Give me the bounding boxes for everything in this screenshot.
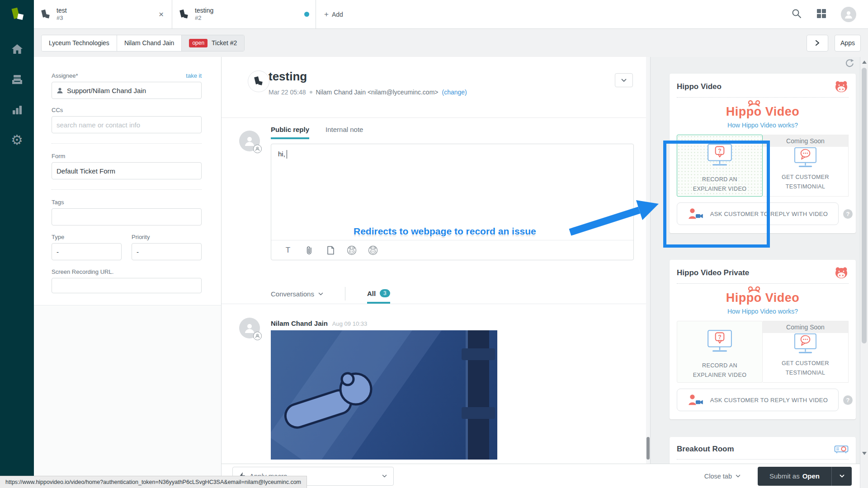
how-it-works-link[interactable]: How Hippo Video works? xyxy=(677,308,849,315)
conversations-dropdown[interactable]: Conversations xyxy=(271,290,323,298)
monitor-chat-icon xyxy=(793,147,818,168)
ticket-number-label: Ticket #2 xyxy=(212,39,237,47)
tab-internal-note[interactable]: Internal note xyxy=(326,126,363,139)
how-it-works-link[interactable]: How Hippo Video works? xyxy=(677,122,849,129)
ticket-icon xyxy=(40,9,51,20)
zendesk-logo[interactable] xyxy=(0,0,34,29)
filter-all-tab[interactable]: All 3 xyxy=(367,289,390,304)
header-options-button[interactable] xyxy=(615,73,633,87)
ticket-tab-test[interactable]: test #3 × xyxy=(34,0,172,28)
home-icon[interactable] xyxy=(9,42,25,57)
change-requester-link[interactable]: (change) xyxy=(442,89,467,96)
priority-select[interactable]: - xyxy=(132,243,202,260)
admin-gear-icon[interactable]: ⚙ xyxy=(9,132,25,148)
apps-grid-icon[interactable] xyxy=(816,9,826,20)
type-label: Type xyxy=(52,234,122,240)
hippo-video-section: Hippo Video Hippo Video How Hippo Video … xyxy=(670,74,856,233)
refresh-apps-icon[interactable] xyxy=(844,59,854,70)
submit-as-open-button[interactable]: Submit as Open xyxy=(758,467,831,486)
apps-sidebar: Hippo Video Hippo Video How Hippo Video … xyxy=(670,57,856,488)
ticket-main-column: testing Mar 22 05:48 Nilam Chand Jain <n… xyxy=(222,57,651,464)
breadcrumb: Lyceum Technologies Nilam Chand Jain ope… xyxy=(34,29,868,57)
scroll-up-icon[interactable] xyxy=(862,61,867,64)
breadcrumb-ticket[interactable]: open Ticket #2 xyxy=(182,35,244,51)
text-cursor xyxy=(287,150,287,159)
insert-document-icon[interactable] xyxy=(326,245,335,255)
tags-input[interactable] xyxy=(52,208,202,225)
ask-customer-reply-video-button[interactable]: ASK CUSTOMER TO REPLY WITH VIDEO xyxy=(677,202,839,225)
composer-toolbar: T xyxy=(271,240,633,260)
reports-icon[interactable] xyxy=(9,102,25,117)
breadcrumb-requester[interactable]: Nilam Chand Jain xyxy=(117,35,182,51)
ticket-tab-testing[interactable]: testing #2 xyxy=(172,0,316,28)
agent-avatar xyxy=(239,131,260,151)
reply-editor[interactable]: hi, T xyxy=(271,144,634,260)
main-scrollbar[interactable] xyxy=(646,57,650,464)
agent-badge-icon xyxy=(253,332,262,340)
hippo-icon xyxy=(834,80,849,93)
form-label: Form xyxy=(52,153,202,160)
profile-avatar[interactable] xyxy=(841,7,856,22)
views-icon[interactable] xyxy=(9,72,25,87)
text-format-icon[interactable]: T xyxy=(283,245,293,255)
screen-recording-url-input[interactable] xyxy=(52,278,202,293)
help-icon[interactable]: ? xyxy=(843,209,853,219)
record-explainer-video-button[interactable]: ? RECORD AN EXPLAINER VIDEO xyxy=(677,321,763,383)
help-icon[interactable]: ? xyxy=(843,395,853,405)
bottom-action-bar: Apply macro Close tab Submit as Open xyxy=(222,464,860,488)
ask-label: ASK CUSTOMER TO REPLY WITH VIDEO xyxy=(710,397,828,404)
get-customer-testimonial-button[interactable]: Coming Soon GET CUSTOMER TESTIMONIAL xyxy=(763,321,849,383)
close-tab-icon[interactable]: × xyxy=(157,9,165,19)
submit-options-button[interactable] xyxy=(831,467,852,486)
left-nav-rail: ⚙ xyxy=(0,0,34,488)
scroll-down-icon[interactable] xyxy=(862,452,867,455)
apps-toggle-button[interactable]: Apps xyxy=(835,35,861,52)
tab-title: testing xyxy=(195,7,299,15)
ask-customer-reply-video-button[interactable]: ASK CUSTOMER TO REPLY WITH VIDEO xyxy=(677,389,839,411)
agent-badge-icon xyxy=(253,145,262,153)
all-label: All xyxy=(367,290,376,297)
unread-dot xyxy=(304,12,309,17)
ccs-input[interactable] xyxy=(52,116,202,133)
coming-soon-badge: Coming Soon xyxy=(763,321,848,333)
assignee-field[interactable]: Support/Nilam Chand Jain xyxy=(52,82,202,99)
hippo-library-icon[interactable] xyxy=(368,245,378,255)
plus-icon: + xyxy=(324,10,329,19)
record-label-line2: EXPLAINER VIDEO xyxy=(677,184,762,194)
monitor-question-icon: ? xyxy=(706,143,733,167)
hippo-video-logo: Hippo Video xyxy=(677,105,849,119)
take-it-link[interactable]: take it xyxy=(186,72,202,79)
record-label-line1: RECORD AN xyxy=(677,175,762,184)
svg-text:?: ? xyxy=(718,334,722,340)
add-tab-button[interactable]: + Add xyxy=(316,0,351,28)
divider xyxy=(345,287,345,300)
svg-text:?: ? xyxy=(718,148,722,154)
testimonial-label-line1: GET CUSTOMER xyxy=(763,173,848,182)
type-select[interactable]: - xyxy=(52,243,122,260)
divider xyxy=(52,143,202,144)
ticket-avatar xyxy=(248,70,269,92)
tab-public-reply[interactable]: Public reply xyxy=(271,126,309,139)
get-customer-testimonial-button[interactable]: Coming Soon GET CUSTOMER TESTIMONIAL xyxy=(763,135,849,197)
chevron-down-icon xyxy=(318,292,323,296)
ticket-header: testing Mar 22 05:48 Nilam Chand Jain <n… xyxy=(222,57,650,118)
record-explainer-video-button[interactable]: ? RECORD AN EXPLAINER VIDEO xyxy=(677,135,763,197)
scrollbar-thumb[interactable] xyxy=(862,68,867,343)
divider xyxy=(222,304,650,304)
form-select[interactable]: Default Ticket Form xyxy=(52,162,202,179)
page-scrollbar[interactable] xyxy=(860,57,868,488)
chevron-down-icon xyxy=(382,474,387,478)
ask-label: ASK CUSTOMER TO REPLY WITH VIDEO xyxy=(710,211,828,217)
close-tab-button[interactable]: Close tab xyxy=(704,473,741,480)
testimonial-label-line2: TESTIMONIAL xyxy=(763,368,848,378)
breadcrumb-org[interactable]: Lyceum Technologies xyxy=(42,35,117,51)
ticket-date: Mar 22 05:48 xyxy=(269,89,306,96)
search-icon[interactable] xyxy=(791,8,802,21)
message-image-attachment[interactable] xyxy=(271,330,497,460)
collapse-sidebar-button[interactable] xyxy=(807,35,828,52)
screen-recording-url-label: Screen Recording URL. xyxy=(52,268,202,275)
tab-title: test xyxy=(57,7,151,15)
hippo-record-icon[interactable] xyxy=(347,245,357,255)
tab-ticket-id: #2 xyxy=(195,14,299,22)
attachment-icon[interactable] xyxy=(304,245,314,255)
